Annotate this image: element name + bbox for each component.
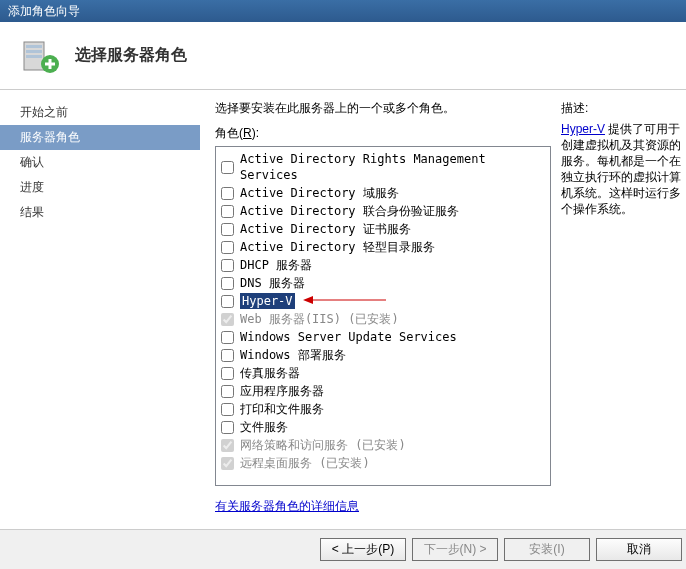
description-body: 提供了可用于创建虚拟机及其资源的服务。每机都是一个在独立执行环的虚拟计算机系统。… [561,122,681,216]
role-label-5: DHCP 服务器 [240,257,312,273]
role-label-2: Active Directory 联合身份验证服务 [240,203,459,219]
sidebar-item-2[interactable]: 确认 [0,150,200,175]
next-button[interactable]: 下一步(N) > [412,538,498,561]
role-checkbox-15 [221,439,234,452]
role-row-2[interactable]: Active Directory 联合身份验证服务 [219,202,547,220]
role-row-11[interactable]: 传真服务器 [219,364,547,382]
role-checkbox-0[interactable] [221,161,234,174]
sidebar-item-4[interactable]: 结果 [0,200,200,225]
prev-button[interactable]: < 上一步(P) [320,538,406,561]
wizard-header: 选择服务器角色 [0,22,686,90]
role-checkbox-1[interactable] [221,187,234,200]
role-label-3: Active Directory 证书服务 [240,221,411,237]
role-checkbox-13[interactable] [221,403,234,416]
server-role-icon [20,36,60,76]
role-row-15: 网络策略和访问服务 (已安装) [219,436,547,454]
role-checkbox-5[interactable] [221,259,234,272]
install-button[interactable]: 安装(I) [504,538,590,561]
role-row-9[interactable]: Windows Server Update Services [219,328,547,346]
roles-label: 角色(R): [215,125,551,142]
role-checkbox-12[interactable] [221,385,234,398]
svg-rect-3 [26,55,42,58]
role-label-8: Web 服务器(IIS) (已安装) [240,311,399,327]
role-label-10: Windows 部署服务 [240,347,346,363]
role-checkbox-9[interactable] [221,331,234,344]
role-row-10[interactable]: Windows 部署服务 [219,346,547,364]
svg-rect-2 [26,50,42,53]
role-label-11: 传真服务器 [240,365,300,381]
page-title: 选择服务器角色 [75,45,187,66]
role-checkbox-2[interactable] [221,205,234,218]
info-link[interactable]: 有关服务器角色的详细信息 [215,499,359,513]
role-label-14: 文件服务 [240,419,288,435]
sidebar-item-1[interactable]: 服务器角色 [0,125,200,150]
window-titlebar: 添加角色向导 [0,0,686,22]
role-label-12: 应用程序服务器 [240,383,324,399]
role-row-13[interactable]: 打印和文件服务 [219,400,547,418]
role-row-3[interactable]: Active Directory 证书服务 [219,220,547,238]
role-row-6[interactable]: DNS 服务器 [219,274,547,292]
role-checkbox-6[interactable] [221,277,234,290]
role-row-4[interactable]: Active Directory 轻型目录服务 [219,238,547,256]
description-link[interactable]: Hyper-V [561,122,605,136]
role-label-4: Active Directory 轻型目录服务 [240,239,435,255]
role-label-13: 打印和文件服务 [240,401,324,417]
info-link-container: 有关服务器角色的详细信息 [215,498,551,515]
role-row-0[interactable]: Active Directory Rights Management Servi… [219,150,547,184]
svg-marker-6 [303,296,313,304]
cancel-button[interactable]: 取消 [596,538,682,561]
svg-rect-1 [26,45,42,48]
description-title: 描述: [561,100,686,117]
role-label-6: DNS 服务器 [240,275,305,291]
role-label-0: Active Directory Rights Management Servi… [240,151,545,183]
sidebar-item-3[interactable]: 进度 [0,175,200,200]
main-panel: 选择要安装在此服务器上的一个或多个角色。 角色(R): Active Direc… [200,90,686,530]
role-checkbox-16 [221,457,234,470]
description-text: Hyper-V 提供了可用于创建虚拟机及其资源的服务。每机都是一个在独立执行环的… [561,121,686,217]
sidebar-item-0[interactable]: 开始之前 [0,100,200,125]
window-title: 添加角色向导 [8,4,80,18]
role-checkbox-4[interactable] [221,241,234,254]
role-checkbox-7[interactable] [221,295,234,308]
role-row-1[interactable]: Active Directory 域服务 [219,184,547,202]
wizard-sidebar: 开始之前服务器角色确认进度结果 [0,90,200,530]
role-row-16: 远程桌面服务 (已安装) [219,454,547,472]
role-checkbox-3[interactable] [221,223,234,236]
roles-listbox[interactable]: Active Directory Rights Management Servi… [215,146,551,486]
role-row-7[interactable]: Hyper-V [219,292,547,310]
role-row-8: Web 服务器(IIS) (已安装) [219,310,547,328]
role-checkbox-11[interactable] [221,367,234,380]
role-row-12[interactable]: 应用程序服务器 [219,382,547,400]
arrow-annotation-icon [301,293,391,309]
role-row-14[interactable]: 文件服务 [219,418,547,436]
role-label-9: Windows Server Update Services [240,329,457,345]
role-checkbox-10[interactable] [221,349,234,362]
wizard-body: 开始之前服务器角色确认进度结果 选择要安装在此服务器上的一个或多个角色。 角色(… [0,90,686,530]
role-label-1: Active Directory 域服务 [240,185,399,201]
instruction-text: 选择要安装在此服务器上的一个或多个角色。 [215,100,551,117]
wizard-footer: < 上一步(P) 下一步(N) > 安装(I) 取消 [0,529,686,569]
role-checkbox-8 [221,313,234,326]
role-label-16: 远程桌面服务 (已安装) [240,455,370,471]
role-checkbox-14[interactable] [221,421,234,434]
role-row-5[interactable]: DHCP 服务器 [219,256,547,274]
role-label-7: Hyper-V [240,293,295,309]
role-label-15: 网络策略和访问服务 (已安装) [240,437,406,453]
